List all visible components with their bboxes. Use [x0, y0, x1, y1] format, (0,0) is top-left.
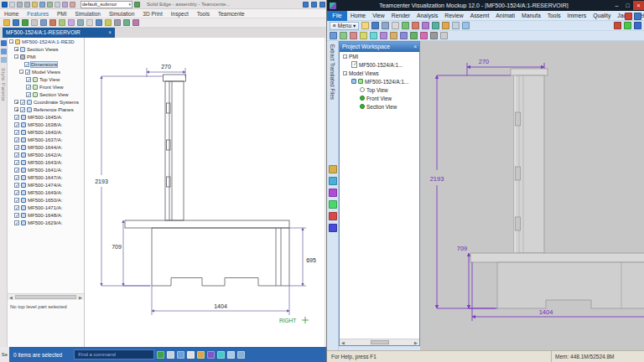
expand-icon[interactable] — [14, 107, 18, 111]
ribbon-icon[interactable] — [22, 19, 29, 26]
undo-icon[interactable] — [17, 2, 23, 8]
panel-horizontal-scrollbar[interactable]: ◀ ▶ — [340, 339, 419, 345]
config-combo[interactable]: default_submor ▾ — [80, 1, 132, 8]
tree-group-row[interactable]: ✓ Dimensions — [8, 60, 84, 68]
view-state-on-icon[interactable] — [360, 96, 365, 101]
tree-part-row[interactable]: ✓ MF500-1648/A: — [8, 211, 84, 219]
tree-horizontal-scrollbar[interactable]: ◀ ▶ — [8, 293, 84, 300]
ribbon-icon[interactable] — [40, 19, 47, 26]
perspective-icon[interactable] — [380, 32, 387, 39]
record-icon[interactable] — [625, 13, 632, 20]
extract-translated-files-tab[interactable]: Extract Translated Files — [330, 44, 335, 100]
open-icon[interactable] — [32, 2, 38, 8]
select-icon[interactable] — [452, 22, 460, 29]
menu-item[interactable]: Tools — [544, 11, 564, 21]
collapse-icon[interactable] — [19, 70, 23, 74]
ribbon-tab[interactable]: Teamcente — [214, 9, 249, 18]
menu-item[interactable]: Animati — [492, 11, 518, 21]
3d-viewport[interactable]: 270 2193 709 1404 — [420, 41, 644, 350]
menu-item[interactable]: Quality — [589, 11, 614, 21]
tree-view-row[interactable]: ✓ Top View — [8, 75, 84, 83]
scrollbar-thumb[interactable] — [15, 295, 76, 299]
annotate-icon[interactable] — [420, 32, 428, 39]
checkbox-checked[interactable]: ✓ — [14, 160, 19, 165]
checkbox-checked[interactable]: ✓ — [14, 130, 19, 135]
tree-part-row[interactable]: ✓ MF500-1643/A: — [8, 158, 84, 166]
tree-part-row[interactable]: ✓ MF500-1638/A: — [8, 121, 84, 128]
checkbox-checked[interactable]: ✓ — [14, 213, 19, 218]
tree-group-row[interactable]: ✓ Reference Planes — [8, 106, 84, 113]
tree-view-row[interactable]: ✓ Front View — [8, 83, 84, 90]
dim-270-label[interactable]: 270 — [161, 64, 171, 70]
checkbox-checked[interactable]: ✓ — [14, 198, 19, 203]
checkbox-checked[interactable]: ✓ — [26, 85, 31, 90]
geometry[interactable] — [125, 75, 289, 286]
drawing-canvas[interactable]: 270 2193 709 695 — [85, 38, 330, 347]
tree-part-row[interactable]: ✓ MF500-1649/A: — [8, 189, 84, 196]
chart-icon[interactable] — [329, 165, 337, 173]
rotate-icon[interactable] — [350, 32, 357, 39]
view-node-front[interactable]: Front View — [340, 94, 419, 102]
close-icon[interactable]: × — [633, 1, 644, 10]
checkbox-checked[interactable]: ✓ — [14, 183, 19, 188]
status-icon[interactable] — [207, 351, 215, 359]
clear-icon[interactable] — [614, 22, 621, 29]
save-icon[interactable] — [371, 22, 379, 29]
tools-icon[interactable] — [329, 212, 337, 220]
dim-709[interactable] — [123, 220, 150, 286]
views-icon[interactable] — [400, 32, 408, 39]
select-tool-icon[interactable] — [47, 2, 53, 8]
delete-icon[interactable] — [70, 2, 75, 8]
ribbon-icon[interactable] — [123, 19, 130, 26]
dim-1404[interactable] — [152, 286, 289, 315]
style-palette-tab[interactable]: Style Palette — [1, 68, 6, 101]
settings-icon[interactable] — [634, 22, 641, 29]
minimize-icon[interactable] — [303, 2, 309, 8]
tree-part-row[interactable]: ✓ MF500-1642/A: — [8, 151, 84, 158]
menu-item[interactable]: Render — [388, 11, 413, 21]
maximize-icon[interactable]: □ — [622, 1, 633, 10]
print-icon[interactable] — [382, 22, 389, 29]
ribbon-tab[interactable]: Home — [0, 9, 23, 18]
model-views-node[interactable]: Model Views — [340, 69, 419, 77]
tree-part-row[interactable]: ✓ MF500-1645/A: — [8, 113, 84, 121]
ribbon-icon[interactable] — [105, 19, 112, 26]
ribbon-icon[interactable] — [49, 19, 56, 26]
dim-2193[interactable] — [101, 76, 163, 286]
wireframe-icon[interactable] — [360, 32, 367, 39]
ribbon-icon[interactable] — [96, 19, 102, 26]
compare-icon[interactable] — [442, 22, 449, 29]
dim-695-label[interactable]: 695 — [306, 257, 316, 263]
checkbox-checked[interactable]: ✓ — [14, 115, 19, 120]
pathfinder-icon[interactable] — [1, 40, 7, 46]
tree-view-row[interactable]: ✓ Section View — [8, 90, 84, 98]
open-icon[interactable] — [361, 22, 369, 29]
view-node-section[interactable]: Section View — [340, 102, 419, 111]
view-state-off-icon[interactable] — [360, 87, 365, 92]
checkbox-checked[interactable]: ✓ — [25, 70, 30, 75]
menu-item[interactable]: Home — [347, 11, 369, 21]
ribbon-icon[interactable] — [13, 19, 19, 26]
dim-709-label[interactable]: 709 — [112, 244, 122, 250]
measure-icon[interactable] — [402, 22, 409, 29]
redo-icon[interactable] — [24, 2, 30, 8]
dim-1404-label[interactable]: 1404 — [214, 303, 227, 309]
grid-icon[interactable] — [430, 32, 438, 39]
collapse-icon[interactable] — [9, 39, 13, 44]
dim-1404-label[interactable]: 1404 — [539, 308, 553, 316]
tree-group-row[interactable]: ✓ Model Views — [8, 68, 84, 75]
scroll-right-icon[interactable]: ▶ — [413, 340, 419, 345]
menu-item[interactable]: Immers — [564, 11, 590, 21]
ribbon-tab[interactable]: Tools — [193, 9, 214, 18]
apply-icon[interactable] — [624, 22, 631, 29]
tree-part-row[interactable]: ✓ MF500-1474/A: — [8, 181, 84, 189]
dim-2193-label[interactable]: 2193 — [95, 178, 108, 184]
info-icon[interactable] — [634, 13, 641, 20]
checkbox-checked[interactable]: ✓ — [14, 220, 19, 225]
checkbox-checked[interactable]: ✓ — [14, 175, 19, 180]
menu-item[interactable]: Assemt — [467, 11, 493, 21]
maximize-icon[interactable] — [311, 2, 317, 8]
zoom-icon[interactable] — [330, 32, 337, 39]
shaded-icon[interactable] — [370, 32, 377, 39]
checkbox-checked[interactable]: ✓ — [14, 122, 19, 127]
